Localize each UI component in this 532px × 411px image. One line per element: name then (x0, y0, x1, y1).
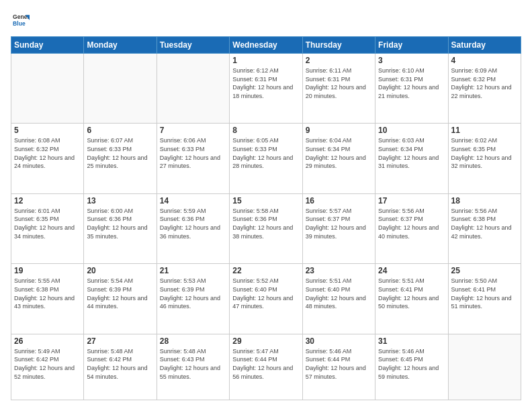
day-info: Sunrise: 6:02 AMSunset: 6:35 PMDaylight:… (451, 136, 518, 170)
calendar-week-row: 12Sunrise: 6:01 AMSunset: 6:35 PMDayligh… (11, 193, 521, 263)
calendar-cell: 4Sunrise: 6:09 AMSunset: 6:32 PMDaylight… (448, 54, 521, 124)
calendar-cell: 5Sunrise: 6:08 AMSunset: 6:32 PMDaylight… (11, 124, 84, 193)
day-info: Sunrise: 5:55 AMSunset: 6:38 PMDaylight:… (14, 277, 81, 310)
day-number: 25 (451, 266, 518, 275)
day-number: 8 (232, 126, 299, 135)
calendar-cell: 28Sunrise: 5:48 AMSunset: 6:43 PMDayligh… (157, 334, 229, 400)
calendar-cell: 12Sunrise: 6:01 AMSunset: 6:35 PMDayligh… (11, 193, 84, 263)
day-number: 5 (14, 126, 81, 135)
calendar-week-row: 19Sunrise: 5:55 AMSunset: 6:38 PMDayligh… (11, 264, 521, 334)
day-number: 12 (14, 196, 81, 205)
day-number: 23 (306, 266, 372, 275)
day-number: 2 (306, 56, 372, 65)
weekday-header-thursday: Thursday (302, 37, 375, 54)
calendar-cell: 11Sunrise: 6:02 AMSunset: 6:35 PMDayligh… (448, 124, 521, 193)
calendar-cell: 10Sunrise: 6:03 AMSunset: 6:34 PMDayligh… (375, 124, 448, 193)
calendar-cell (84, 54, 157, 124)
day-number: 31 (378, 336, 445, 346)
day-info: Sunrise: 6:05 AMSunset: 6:33 PMDaylight:… (232, 136, 299, 170)
day-info: Sunrise: 6:12 AMSunset: 6:31 PMDaylight:… (232, 66, 299, 100)
svg-text:Blue: Blue (13, 20, 26, 27)
day-info: Sunrise: 5:48 AMSunset: 6:42 PMDaylight:… (87, 347, 153, 381)
calendar-cell: 17Sunrise: 5:56 AMSunset: 6:37 PMDayligh… (375, 193, 448, 263)
weekday-header-wednesday: Wednesday (230, 37, 302, 54)
day-number: 14 (160, 196, 226, 205)
day-info: Sunrise: 5:46 AMSunset: 6:45 PMDaylight:… (378, 347, 445, 381)
weekday-header-row: SundayMondayTuesdayWednesdayThursdayFrid… (11, 37, 521, 54)
day-number: 3 (378, 56, 445, 65)
day-info: Sunrise: 6:07 AMSunset: 6:33 PMDaylight:… (87, 136, 153, 170)
calendar-cell: 16Sunrise: 5:57 AMSunset: 6:37 PMDayligh… (302, 193, 375, 263)
calendar-cell (157, 54, 229, 124)
calendar-cell: 7Sunrise: 6:06 AMSunset: 6:33 PMDaylight… (157, 124, 229, 193)
calendar-cell: 19Sunrise: 5:55 AMSunset: 6:38 PMDayligh… (11, 264, 84, 334)
calendar-cell: 8Sunrise: 6:05 AMSunset: 6:33 PMDaylight… (230, 124, 302, 193)
day-number: 16 (306, 196, 372, 205)
weekday-header-saturday: Saturday (448, 37, 521, 54)
day-info: Sunrise: 6:11 AMSunset: 6:31 PMDaylight:… (306, 66, 372, 100)
weekday-header-sunday: Sunday (11, 37, 84, 54)
day-number: 21 (160, 266, 226, 275)
weekday-header-friday: Friday (375, 37, 448, 54)
day-number: 15 (232, 196, 299, 205)
calendar-week-row: 26Sunrise: 5:49 AMSunset: 6:42 PMDayligh… (11, 334, 521, 400)
calendar-cell: 26Sunrise: 5:49 AMSunset: 6:42 PMDayligh… (11, 334, 84, 400)
day-number: 19 (14, 266, 81, 275)
svg-text:General: General (13, 13, 30, 20)
day-info: Sunrise: 6:06 AMSunset: 6:33 PMDaylight:… (160, 136, 226, 170)
calendar-cell: 2Sunrise: 6:11 AMSunset: 6:31 PMDaylight… (302, 54, 375, 124)
logo-icon: General Blue (11, 11, 30, 30)
calendar-cell: 29Sunrise: 5:47 AMSunset: 6:44 PMDayligh… (230, 334, 302, 400)
calendar-cell: 31Sunrise: 5:46 AMSunset: 6:45 PMDayligh… (375, 334, 448, 400)
day-number: 27 (87, 336, 153, 346)
day-info: Sunrise: 5:51 AMSunset: 6:40 PMDaylight:… (306, 277, 372, 310)
day-info: Sunrise: 5:59 AMSunset: 6:36 PMDaylight:… (160, 207, 226, 240)
calendar-cell: 14Sunrise: 5:59 AMSunset: 6:36 PMDayligh… (157, 193, 229, 263)
day-info: Sunrise: 6:01 AMSunset: 6:35 PMDaylight:… (14, 207, 81, 240)
day-info: Sunrise: 5:50 AMSunset: 6:41 PMDaylight:… (451, 277, 518, 310)
calendar-cell: 24Sunrise: 5:51 AMSunset: 6:41 PMDayligh… (375, 264, 448, 334)
calendar-cell: 9Sunrise: 6:04 AMSunset: 6:34 PMDaylight… (302, 124, 375, 193)
day-number: 24 (378, 266, 445, 275)
day-number: 13 (87, 196, 153, 205)
calendar-cell: 15Sunrise: 5:58 AMSunset: 6:36 PMDayligh… (230, 193, 302, 263)
day-info: Sunrise: 5:49 AMSunset: 6:42 PMDaylight:… (14, 347, 81, 381)
calendar-cell: 21Sunrise: 5:53 AMSunset: 6:39 PMDayligh… (157, 264, 229, 334)
calendar-table: SundayMondayTuesdayWednesdayThursdayFrid… (11, 36, 521, 400)
day-number: 9 (306, 126, 372, 135)
logo: General Blue (11, 11, 32, 30)
calendar-week-row: 5Sunrise: 6:08 AMSunset: 6:32 PMDaylight… (11, 124, 521, 193)
calendar-cell: 6Sunrise: 6:07 AMSunset: 6:33 PMDaylight… (84, 124, 157, 193)
weekday-header-tuesday: Tuesday (157, 37, 229, 54)
day-info: Sunrise: 5:56 AMSunset: 6:37 PMDaylight:… (378, 207, 445, 240)
calendar-cell (11, 54, 84, 124)
calendar-cell: 27Sunrise: 5:48 AMSunset: 6:42 PMDayligh… (84, 334, 157, 400)
day-info: Sunrise: 5:51 AMSunset: 6:41 PMDaylight:… (378, 277, 445, 310)
day-info: Sunrise: 5:52 AMSunset: 6:40 PMDaylight:… (232, 277, 299, 310)
day-number: 10 (378, 126, 445, 135)
calendar-cell: 30Sunrise: 5:46 AMSunset: 6:44 PMDayligh… (302, 334, 375, 400)
day-number: 1 (232, 56, 299, 65)
day-number: 22 (232, 266, 299, 275)
calendar-cell: 22Sunrise: 5:52 AMSunset: 6:40 PMDayligh… (230, 264, 302, 334)
page-header: General Blue (11, 11, 521, 30)
calendar-cell: 13Sunrise: 6:00 AMSunset: 6:36 PMDayligh… (84, 193, 157, 263)
day-number: 7 (160, 126, 226, 135)
day-number: 18 (451, 196, 518, 205)
calendar-cell: 18Sunrise: 5:56 AMSunset: 6:38 PMDayligh… (448, 193, 521, 263)
weekday-header-monday: Monday (84, 37, 157, 54)
day-info: Sunrise: 6:00 AMSunset: 6:36 PMDaylight:… (87, 207, 153, 240)
day-info: Sunrise: 5:57 AMSunset: 6:37 PMDaylight:… (306, 207, 372, 240)
day-info: Sunrise: 5:53 AMSunset: 6:39 PMDaylight:… (160, 277, 226, 310)
day-info: Sunrise: 5:58 AMSunset: 6:36 PMDaylight:… (232, 207, 299, 240)
day-info: Sunrise: 5:47 AMSunset: 6:44 PMDaylight:… (232, 347, 299, 381)
day-info: Sunrise: 5:54 AMSunset: 6:39 PMDaylight:… (87, 277, 153, 310)
day-info: Sunrise: 6:04 AMSunset: 6:34 PMDaylight:… (306, 136, 372, 170)
day-info: Sunrise: 6:03 AMSunset: 6:34 PMDaylight:… (378, 136, 445, 170)
day-info: Sunrise: 6:09 AMSunset: 6:32 PMDaylight:… (451, 66, 518, 100)
day-info: Sunrise: 6:08 AMSunset: 6:32 PMDaylight:… (14, 136, 81, 170)
day-info: Sunrise: 5:46 AMSunset: 6:44 PMDaylight:… (306, 347, 372, 381)
day-number: 20 (87, 266, 153, 275)
day-number: 17 (378, 196, 445, 205)
day-number: 11 (451, 126, 518, 135)
